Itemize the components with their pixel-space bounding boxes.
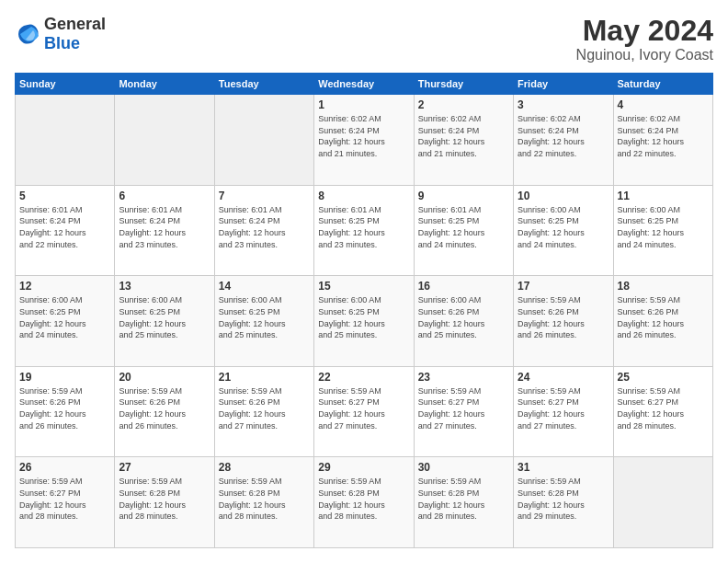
day-info: Sunrise: 6:00 AM Sunset: 6:25 PM Dayligh… xyxy=(518,204,609,250)
calendar-cell: 28Sunrise: 5:59 AM Sunset: 6:28 PM Dayli… xyxy=(214,457,313,548)
day-info: Sunrise: 5:59 AM Sunset: 6:28 PM Dayligh… xyxy=(318,476,409,522)
day-number: 24 xyxy=(518,371,609,384)
day-info: Sunrise: 5:59 AM Sunset: 6:27 PM Dayligh… xyxy=(418,385,509,431)
calendar-cell: 27Sunrise: 5:59 AM Sunset: 6:28 PM Dayli… xyxy=(115,457,214,548)
calendar-cell: 23Sunrise: 5:59 AM Sunset: 6:27 PM Dayli… xyxy=(414,366,513,457)
day-info: Sunrise: 6:01 AM Sunset: 6:24 PM Dayligh… xyxy=(219,204,310,250)
calendar-cell: 12Sunrise: 6:00 AM Sunset: 6:25 PM Dayli… xyxy=(16,276,115,367)
calendar-cell: 17Sunrise: 5:59 AM Sunset: 6:26 PM Dayli… xyxy=(514,276,613,367)
logo-general: General xyxy=(44,15,106,33)
calendar-week-4: 19Sunrise: 5:59 AM Sunset: 6:26 PM Dayli… xyxy=(16,366,713,457)
day-number: 25 xyxy=(618,371,709,384)
calendar-week-3: 12Sunrise: 6:00 AM Sunset: 6:25 PM Dayli… xyxy=(16,276,713,367)
logo-text: General Blue xyxy=(44,15,106,53)
day-info: Sunrise: 6:00 AM Sunset: 6:25 PM Dayligh… xyxy=(19,294,110,340)
day-number: 22 xyxy=(318,371,409,384)
logo: General Blue xyxy=(15,15,106,53)
day-number: 8 xyxy=(318,190,409,202)
logo-icon xyxy=(15,21,40,47)
day-number: 12 xyxy=(19,280,110,293)
calendar-cell: 14Sunrise: 6:00 AM Sunset: 6:25 PM Dayli… xyxy=(214,276,313,367)
day-info: Sunrise: 5:59 AM Sunset: 6:28 PM Dayligh… xyxy=(418,476,509,522)
day-number: 3 xyxy=(518,98,609,111)
weekday-header-row: SundayMondayTuesdayWednesdayThursdayFrid… xyxy=(16,74,713,95)
calendar-cell xyxy=(214,95,313,186)
day-info: Sunrise: 5:59 AM Sunset: 6:26 PM Dayligh… xyxy=(518,294,609,340)
calendar-cell: 1Sunrise: 6:02 AM Sunset: 6:24 PM Daylig… xyxy=(314,95,414,186)
day-number: 11 xyxy=(618,190,709,202)
calendar-cell: 9Sunrise: 6:01 AM Sunset: 6:25 PM Daylig… xyxy=(414,185,513,276)
weekday-header-sunday: Sunday xyxy=(16,74,115,95)
day-info: Sunrise: 5:59 AM Sunset: 6:27 PM Dayligh… xyxy=(19,476,110,522)
calendar-cell: 24Sunrise: 5:59 AM Sunset: 6:27 PM Dayli… xyxy=(514,366,613,457)
location-title: Nguinou, Ivory Coast xyxy=(576,47,713,63)
day-info: Sunrise: 6:02 AM Sunset: 6:24 PM Dayligh… xyxy=(518,113,609,159)
calendar-cell: 15Sunrise: 6:00 AM Sunset: 6:25 PM Dayli… xyxy=(314,276,414,367)
day-number: 30 xyxy=(418,461,509,474)
weekday-header-friday: Friday xyxy=(514,74,613,95)
calendar-cell xyxy=(613,457,712,548)
day-number: 4 xyxy=(618,98,709,111)
day-number: 1 xyxy=(318,98,409,111)
day-info: Sunrise: 6:02 AM Sunset: 6:24 PM Dayligh… xyxy=(418,113,509,159)
calendar-table: SundayMondayTuesdayWednesdayThursdayFrid… xyxy=(15,73,713,548)
calendar-cell: 10Sunrise: 6:00 AM Sunset: 6:25 PM Dayli… xyxy=(514,185,613,276)
calendar-cell: 21Sunrise: 5:59 AM Sunset: 6:26 PM Dayli… xyxy=(214,366,313,457)
day-number: 31 xyxy=(518,461,609,474)
day-info: Sunrise: 5:59 AM Sunset: 6:26 PM Dayligh… xyxy=(19,385,110,431)
day-info: Sunrise: 5:59 AM Sunset: 6:28 PM Dayligh… xyxy=(119,476,210,522)
weekday-header-thursday: Thursday xyxy=(414,74,513,95)
day-info: Sunrise: 6:01 AM Sunset: 6:24 PM Dayligh… xyxy=(19,204,110,250)
day-info: Sunrise: 6:00 AM Sunset: 6:25 PM Dayligh… xyxy=(219,294,310,340)
calendar-cell: 2Sunrise: 6:02 AM Sunset: 6:24 PM Daylig… xyxy=(414,95,513,186)
day-info: Sunrise: 5:59 AM Sunset: 6:26 PM Dayligh… xyxy=(219,385,310,431)
day-info: Sunrise: 6:01 AM Sunset: 6:25 PM Dayligh… xyxy=(418,204,509,250)
day-number: 16 xyxy=(418,280,509,293)
calendar-cell: 19Sunrise: 5:59 AM Sunset: 6:26 PM Dayli… xyxy=(16,366,115,457)
page: General Blue May 2024 Nguinou, Ivory Coa… xyxy=(0,0,728,563)
day-info: Sunrise: 6:00 AM Sunset: 6:25 PM Dayligh… xyxy=(618,204,709,250)
day-number: 14 xyxy=(219,280,310,293)
header: General Blue May 2024 Nguinou, Ivory Coa… xyxy=(15,15,713,63)
day-number: 17 xyxy=(518,280,609,293)
calendar-cell: 6Sunrise: 6:01 AM Sunset: 6:24 PM Daylig… xyxy=(115,185,214,276)
calendar-cell xyxy=(115,95,214,186)
day-info: Sunrise: 6:01 AM Sunset: 6:24 PM Dayligh… xyxy=(119,204,210,250)
day-info: Sunrise: 6:00 AM Sunset: 6:25 PM Dayligh… xyxy=(318,294,409,340)
calendar-week-5: 26Sunrise: 5:59 AM Sunset: 6:27 PM Dayli… xyxy=(16,457,713,548)
day-number: 9 xyxy=(418,190,509,202)
calendar-cell: 18Sunrise: 5:59 AM Sunset: 6:26 PM Dayli… xyxy=(613,276,712,367)
calendar-cell: 5Sunrise: 6:01 AM Sunset: 6:24 PM Daylig… xyxy=(16,185,115,276)
calendar-cell: 29Sunrise: 5:59 AM Sunset: 6:28 PM Dayli… xyxy=(314,457,414,548)
day-info: Sunrise: 5:59 AM Sunset: 6:26 PM Dayligh… xyxy=(618,294,709,340)
day-number: 7 xyxy=(219,190,310,202)
calendar-cell: 11Sunrise: 6:00 AM Sunset: 6:25 PM Dayli… xyxy=(613,185,712,276)
calendar-week-1: 1Sunrise: 6:02 AM Sunset: 6:24 PM Daylig… xyxy=(16,95,713,186)
day-info: Sunrise: 6:02 AM Sunset: 6:24 PM Dayligh… xyxy=(318,113,409,159)
day-number: 18 xyxy=(618,280,709,293)
day-info: Sunrise: 6:00 AM Sunset: 6:25 PM Dayligh… xyxy=(119,294,210,340)
day-info: Sunrise: 5:59 AM Sunset: 6:26 PM Dayligh… xyxy=(119,385,210,431)
weekday-header-tuesday: Tuesday xyxy=(214,74,313,95)
day-number: 26 xyxy=(19,461,110,474)
calendar-week-2: 5Sunrise: 6:01 AM Sunset: 6:24 PM Daylig… xyxy=(16,185,713,276)
day-info: Sunrise: 5:59 AM Sunset: 6:27 PM Dayligh… xyxy=(318,385,409,431)
day-number: 15 xyxy=(318,280,409,293)
day-info: Sunrise: 5:59 AM Sunset: 6:27 PM Dayligh… xyxy=(618,385,709,431)
day-number: 20 xyxy=(119,371,210,384)
calendar-cell: 7Sunrise: 6:01 AM Sunset: 6:24 PM Daylig… xyxy=(214,185,313,276)
day-info: Sunrise: 5:59 AM Sunset: 6:28 PM Dayligh… xyxy=(518,476,609,522)
day-number: 21 xyxy=(219,371,310,384)
calendar-cell: 13Sunrise: 6:00 AM Sunset: 6:25 PM Dayli… xyxy=(115,276,214,367)
day-number: 2 xyxy=(418,98,509,111)
month-title: May 2024 xyxy=(576,15,713,47)
calendar-cell: 20Sunrise: 5:59 AM Sunset: 6:26 PM Dayli… xyxy=(115,366,214,457)
day-info: Sunrise: 6:01 AM Sunset: 6:25 PM Dayligh… xyxy=(318,204,409,250)
day-number: 23 xyxy=(418,371,509,384)
day-number: 29 xyxy=(318,461,409,474)
calendar-cell: 8Sunrise: 6:01 AM Sunset: 6:25 PM Daylig… xyxy=(314,185,414,276)
calendar-cell: 30Sunrise: 5:59 AM Sunset: 6:28 PM Dayli… xyxy=(414,457,513,548)
calendar-cell: 31Sunrise: 5:59 AM Sunset: 6:28 PM Dayli… xyxy=(514,457,613,548)
day-number: 27 xyxy=(119,461,210,474)
day-info: Sunrise: 6:00 AM Sunset: 6:26 PM Dayligh… xyxy=(418,294,509,340)
